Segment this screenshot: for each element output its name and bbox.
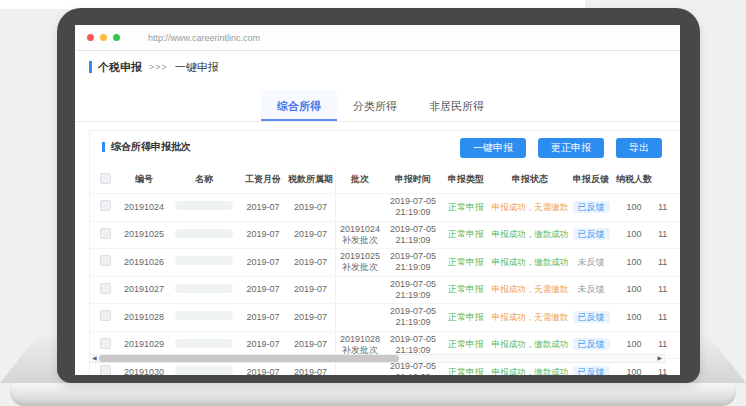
clipped-value: 11 — [656, 337, 680, 352]
tax-period: 2019-07 — [286, 249, 336, 276]
taxpayer-count: 100 — [612, 200, 656, 215]
batch-id: 20191028 — [120, 310, 168, 325]
row-checkbox[interactable] — [100, 310, 111, 321]
window-maximize-icon[interactable] — [113, 34, 120, 41]
scroll-right-icon[interactable]: ▶ — [655, 354, 664, 363]
tab-bar: 综合所得 分类所得 非居民所得 — [75, 90, 680, 122]
feedback-badge: 已反馈 — [573, 228, 610, 240]
salary-month: 2019-07 — [240, 365, 286, 375]
breadcrumb-section: 个税申报 — [98, 60, 142, 75]
batch-panel: 综合所得申报批次 一键申报 更正申报 导出 编号 名称 工资月 — [89, 130, 680, 375]
scrollbar-thumb[interactable] — [99, 355, 400, 362]
url-text[interactable]: http://www.careerintlinc.com — [148, 33, 260, 43]
breadcrumb-accent-bar — [89, 61, 92, 73]
header-salary-month: 工资月份 — [240, 172, 286, 187]
laptop-frame: http://www.careerintlinc.com 个税申报 >>> 一键… — [57, 8, 700, 383]
declare-type: 正常申报 — [448, 202, 484, 212]
header-name: 名称 — [168, 172, 240, 187]
status-text: 申报成功，无需缴款 — [492, 202, 569, 212]
declare-type: 正常申报 — [448, 284, 484, 294]
name-placeholder — [175, 366, 233, 375]
mockup-stage: http://www.careerintlinc.com 个税申报 >>> 一键… — [0, 0, 746, 406]
header-declare-feedback: 申报反馈 — [570, 172, 612, 187]
taxpayer-count: 100 — [612, 282, 656, 297]
panel-accent-bar — [102, 142, 105, 152]
salary-month: 2019-07 — [240, 282, 286, 297]
tax-period: 2019-07 — [286, 304, 336, 331]
breadcrumb-separator: >>> — [149, 62, 168, 72]
batch-id: 20191025 — [120, 227, 168, 242]
batch-ref: 20191025 补发批次 — [336, 249, 384, 276]
salary-month: 2019-07 — [240, 310, 286, 325]
batch-id: 20191024 — [120, 200, 168, 215]
row-checkbox[interactable] — [100, 365, 111, 375]
row-checkbox[interactable] — [100, 228, 111, 239]
row-checkbox[interactable] — [100, 200, 111, 211]
name-placeholder — [175, 201, 233, 210]
declare-type: 正常申报 — [448, 312, 484, 322]
batch-id: 20191026 — [120, 255, 168, 270]
declare-type: 正常申报 — [448, 257, 484, 267]
header-batch: 批次 — [336, 172, 384, 187]
batch-ref — [336, 315, 384, 319]
row-checkbox[interactable] — [100, 255, 111, 266]
feedback-badge: 已反馈 — [573, 201, 610, 213]
correct-declare-button[interactable]: 更正申报 — [538, 138, 604, 158]
declare-type: 正常申报 — [448, 229, 484, 239]
row-checkbox[interactable] — [100, 338, 111, 349]
status-text: 申报成功，缴款成功 — [492, 339, 569, 349]
feedback-badge: 已反馈 — [573, 338, 610, 350]
salary-month: 2019-07 — [240, 255, 286, 270]
header-taxpayer-count: 纳税人数 — [612, 172, 656, 187]
panel-actions: 一键申报 更正申报 导出 — [460, 138, 662, 158]
batch-ref: 20191024 补发批次 — [336, 222, 384, 249]
tab-nonresident-income[interactable]: 非居民所得 — [413, 90, 500, 121]
batch-ref — [336, 288, 384, 292]
feedback-badge: 已反馈 — [573, 311, 610, 323]
salary-month: 2019-07 — [240, 200, 286, 215]
tax-period: 2019-07 — [286, 194, 336, 221]
clipped-value: 11 — [656, 200, 680, 215]
header-id: 编号 — [120, 172, 168, 187]
browser-window: http://www.careerintlinc.com 个税申报 >>> 一键… — [75, 25, 680, 375]
export-button[interactable]: 导出 — [616, 138, 662, 158]
declare-time: 2019-07-05 21:19:09 — [384, 277, 442, 304]
window-minimize-icon[interactable] — [100, 34, 107, 41]
name-placeholder — [175, 284, 233, 293]
declare-type: 正常申报 — [448, 339, 484, 349]
scrollbar-track[interactable] — [99, 355, 656, 362]
table-header: 编号 名称 工资月份 税款所属期 批次 申报时间 申报类型 申报状态 申报反馈 … — [90, 167, 680, 193]
batch-ref — [336, 205, 384, 209]
clipped-value: 11 — [656, 365, 680, 375]
tab-classified-income[interactable]: 分类所得 — [337, 90, 413, 121]
table-row: 20191026 2019-07 2019-07 20191025 补发批次 2… — [90, 248, 680, 276]
batch-id: 20191029 — [120, 337, 168, 352]
window-close-icon[interactable] — [87, 34, 94, 41]
status-text: 申报成功，缴款成功 — [492, 229, 569, 239]
scroll-left-icon[interactable]: ◀ — [90, 354, 99, 363]
tab-comprehensive-income[interactable]: 综合所得 — [261, 90, 337, 121]
declare-time: 2019-07-05 21:19:09 — [384, 249, 442, 276]
table-row: 20191024 2019-07 2019-07 2019-07-05 21:1… — [90, 193, 680, 221]
clipped-value: 11 — [656, 310, 680, 325]
table-row: 20191025 2019-07 2019-07 20191024 补发批次 2… — [90, 221, 680, 249]
laptop-base — [10, 383, 736, 406]
status-text: 申报成功，缴款成功 — [492, 367, 569, 375]
tax-period: 2019-07 — [286, 277, 336, 304]
batch-ref — [336, 370, 384, 374]
declare-time: 2019-07-05 21:19:09 — [384, 222, 442, 249]
header-clipped-column — [656, 178, 680, 182]
row-checkbox[interactable] — [100, 283, 111, 294]
header-declare-type: 申报类型 — [442, 172, 490, 187]
one-click-declare-button[interactable]: 一键申报 — [460, 138, 526, 158]
taxpayer-count: 100 — [612, 255, 656, 270]
taxpayer-count: 100 — [612, 365, 656, 375]
taxpayer-count: 100 — [612, 337, 656, 352]
clipped-value: 11 — [656, 227, 680, 242]
feedback-badge: 未反馈 — [578, 284, 605, 294]
select-all-checkbox[interactable] — [100, 173, 111, 184]
salary-month: 2019-07 — [240, 227, 286, 242]
name-placeholder — [175, 339, 233, 348]
feedback-badge: 已反馈 — [573, 366, 610, 375]
horizontal-scrollbar[interactable]: ◀ ▶ — [89, 354, 665, 363]
